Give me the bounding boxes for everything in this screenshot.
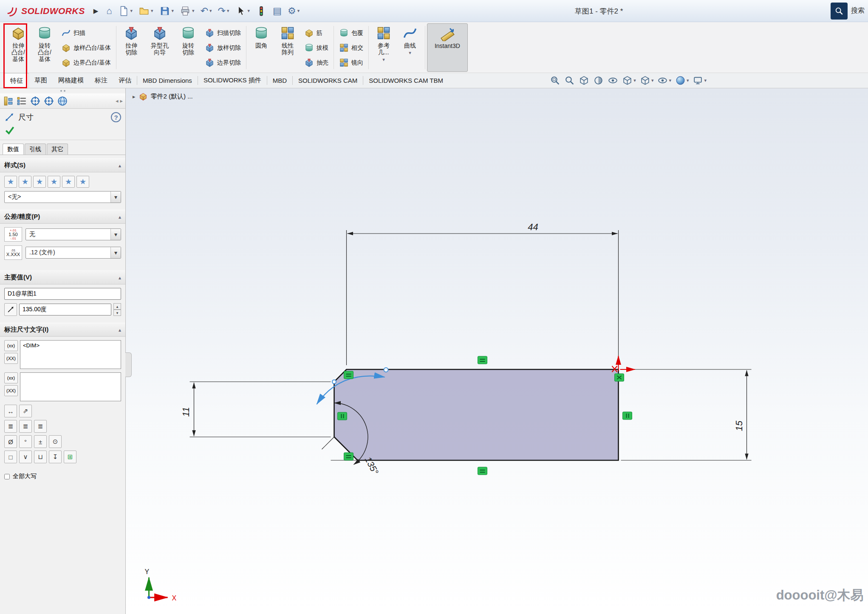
zoom-to-area-button[interactable]	[564, 75, 575, 86]
tab-cam[interactable]: SOLIDWORKS CAM	[293, 73, 363, 88]
display-style-button[interactable]: ▾	[640, 75, 654, 86]
curves-button[interactable]: 曲线 ▾	[397, 23, 423, 72]
section-dimtext-header[interactable]: 标注尺寸文字(I) ▴	[0, 323, 125, 337]
chevron-down-icon[interactable]: ▾	[151, 8, 153, 14]
tab-mbd-dimensions[interactable]: MBD Dimensions	[137, 73, 198, 88]
token-uppercase-button[interactable]: (XX)	[4, 385, 18, 396]
diameter-symbol-button[interactable]: Ø	[4, 435, 17, 448]
sketch-origin[interactable]	[612, 356, 635, 372]
sweep-cut-button[interactable]: 扫描切除	[201, 25, 244, 40]
configuration-manager-tab-icon[interactable]	[30, 96, 41, 107]
section-style-header[interactable]: 样式(S) ▴	[0, 158, 125, 172]
collapse-icon[interactable]: ▴	[119, 214, 121, 220]
constraint-horizontal-icon[interactable]	[478, 467, 487, 475]
angle-offset-button[interactable]: ⇗	[19, 405, 32, 417]
pane-next-icon[interactable]: ▸	[120, 98, 123, 104]
delete-style-button[interactable]: ★	[48, 176, 60, 188]
wrap-button[interactable]: 包覆	[336, 25, 367, 40]
intersect-button[interactable]: 相交	[336, 40, 367, 55]
new-document-button[interactable]: ▾	[116, 4, 135, 18]
dimension-right-height[interactable]: 15	[621, 369, 752, 460]
justify-left-button[interactable]: ≣	[4, 420, 17, 433]
menu-expand-icon[interactable]: ▶	[93, 7, 99, 15]
loft-cut-button[interactable]: 放样切除	[201, 40, 244, 55]
tab-evaluate[interactable]: 评估	[113, 73, 137, 88]
tab-cam-tbm[interactable]: SOLIDWORKS CAM TBM	[363, 73, 449, 88]
counterbore-symbol-button[interactable]: ⊔	[34, 451, 47, 463]
chevron-down-icon[interactable]: ▾	[382, 57, 385, 62]
dynamic-annotation-button[interactable]	[608, 75, 618, 86]
dimension-left-height-value[interactable]: 11	[181, 407, 191, 417]
spin-up-button[interactable]: ▴	[113, 303, 121, 310]
constraint-horizontal-icon[interactable]	[344, 371, 353, 379]
tab-addins[interactable]: SOLIDWORKS 插件	[198, 73, 267, 88]
zoom-to-fit-button[interactable]	[550, 75, 560, 86]
degree-symbol-button[interactable]: °	[19, 435, 32, 448]
square-symbol-button[interactable]: □	[4, 451, 17, 463]
ok-checkmark-button[interactable]	[4, 125, 15, 136]
chevron-down-icon[interactable]: ▾	[669, 78, 671, 83]
dimension-handle[interactable]	[332, 380, 336, 384]
shell-button[interactable]: 抽壳	[301, 55, 332, 70]
constraint-coincident-icon[interactable]	[615, 374, 624, 381]
collapse-icon[interactable]: ▴	[119, 327, 121, 333]
dimension-width-value[interactable]: 44	[528, 222, 538, 232]
extrude-cut-button[interactable]: 拉伸 切除	[118, 23, 144, 72]
tab-annotate[interactable]: 标注	[89, 73, 113, 88]
undo-button[interactable]: ↶▾	[198, 5, 214, 17]
edit-appearance-button[interactable]: ▾	[675, 75, 689, 86]
dimension-left-height[interactable]: 11	[181, 382, 331, 437]
spin-down-button[interactable]: ▾	[113, 310, 121, 316]
instant3d-button[interactable]: Instant3D	[427, 23, 468, 72]
draft-button[interactable]: 拔模	[301, 40, 332, 55]
plus-minus-symbol-button[interactable]: ±	[34, 435, 47, 448]
rebuild-button[interactable]	[254, 4, 269, 18]
boundary-cut-button[interactable]: 边界切除	[201, 55, 244, 70]
help-button[interactable]: ?	[111, 112, 121, 122]
apply-default-style-button[interactable]: ★	[4, 176, 17, 188]
view-settings-button[interactable]: ▾	[693, 75, 707, 86]
loft-boss-button[interactable]: 放样凸台/基体	[58, 40, 114, 55]
chevron-down-icon[interactable]: ▾	[110, 247, 121, 258]
home-button[interactable]: ⌂	[104, 5, 114, 17]
chevron-down-icon[interactable]: ▾	[172, 8, 174, 14]
file-properties-button[interactable]: ▤	[271, 5, 284, 17]
horizontal-offset-button[interactable]: ↔	[4, 405, 17, 417]
panel-splitter-handle[interactable]	[0, 88, 125, 93]
chevron-down-icon[interactable]: ▾	[248, 8, 250, 14]
options-button[interactable]: ⚙▾	[286, 5, 302, 17]
secondary-text-area[interactable]	[20, 372, 121, 401]
chevron-down-icon[interactable]: ▾	[651, 78, 654, 83]
view-orientation-button[interactable]: ▾	[622, 75, 636, 86]
save-button[interactable]: ▾	[157, 4, 176, 18]
update-style-button[interactable]: ★	[33, 176, 46, 188]
style-dropdown[interactable]: <无> ▾	[4, 191, 121, 203]
linear-pattern-button[interactable]: 线性 阵列	[274, 23, 301, 72]
hole-callout-button[interactable]: ⊙	[49, 435, 62, 448]
fillet-button[interactable]: 圆角	[248, 23, 274, 72]
feature-manager-tab-icon[interactable]	[3, 96, 14, 107]
chevron-down-icon[interactable]: ▾	[297, 8, 300, 14]
graphics-area[interactable]: ▸ 零件2 (默认) ...	[126, 88, 868, 614]
print-button[interactable]: ▾	[178, 4, 197, 18]
more-symbols-button[interactable]: ⊞	[64, 451, 76, 463]
chevron-down-icon[interactable]: ▾	[192, 8, 195, 14]
section-tolerance-header[interactable]: 公差/精度(P) ▴	[0, 210, 125, 224]
property-manager-tab-icon[interactable]	[16, 96, 27, 107]
dimension-width[interactable]: 44	[347, 222, 619, 365]
dimension-value-field[interactable]	[19, 304, 111, 315]
justify-center-button[interactable]: ≣	[19, 420, 32, 433]
redo-button[interactable]: ↷▾	[216, 5, 232, 17]
revolve-cut-button[interactable]: 旋转 切除	[175, 23, 201, 72]
chevron-down-icon[interactable]: ▾	[409, 50, 411, 56]
unit-precision-dropdown[interactable]: .12 (文件) ▾	[25, 247, 121, 259]
chevron-down-icon[interactable]: ▾	[687, 78, 689, 83]
collapse-icon[interactable]: ▴	[119, 275, 121, 281]
collapse-icon[interactable]: ▴	[119, 163, 121, 169]
hole-wizard-button[interactable]: 异型孔 向导	[144, 23, 175, 72]
chevron-down-icon[interactable]: ▾	[110, 192, 121, 203]
constraint-vertical-icon[interactable]	[623, 412, 632, 420]
section-view-button[interactable]	[593, 75, 604, 86]
tab-features[interactable]: 特征	[4, 73, 29, 88]
hide-show-items-button[interactable]: ▾	[657, 75, 671, 86]
